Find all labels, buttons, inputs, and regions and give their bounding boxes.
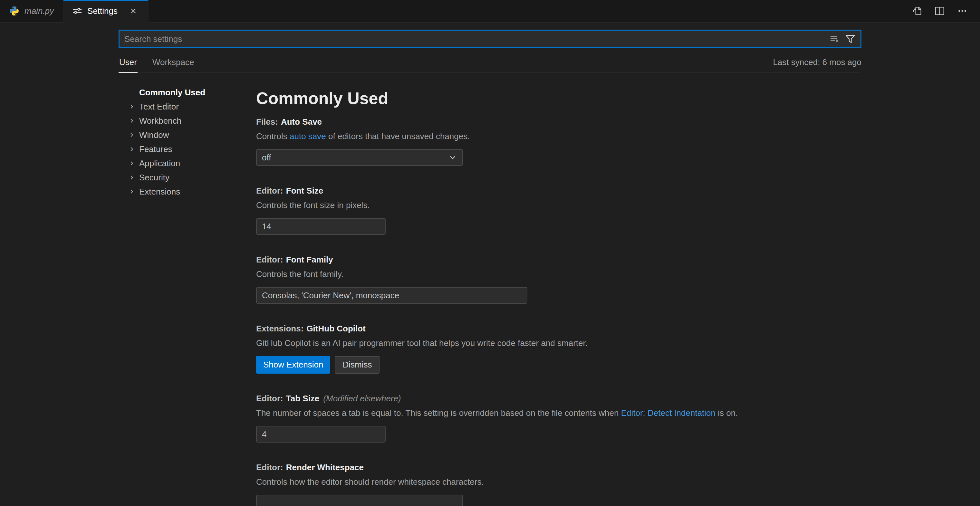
font-size-input[interactable] (256, 218, 386, 235)
setting-category: Editor: (256, 394, 283, 403)
toc-item-window[interactable]: Window (119, 128, 256, 142)
setting-category: Editor: (256, 186, 283, 196)
split-editor-icon[interactable] (934, 5, 945, 16)
setting-extensions-github-copilot: Extensions:GitHub Copilot GitHub Copilot… (256, 324, 861, 374)
settings-toc: Commonly Used Text Editor Workbench (119, 73, 256, 505)
toc-item-features[interactable]: Features (119, 142, 256, 156)
chevron-right-icon (128, 160, 135, 167)
tab-size-input[interactable] (256, 426, 386, 442)
setting-category: Extensions: (256, 324, 304, 333)
setting-description: Controls how the editor should render wh… (256, 477, 861, 487)
setting-description: Controls auto save of editors that have … (256, 131, 861, 142)
setting-name: GitHub Copilot (306, 324, 365, 333)
tab-workspace[interactable]: Workspace (152, 52, 195, 72)
page-title: Commonly Used (256, 89, 861, 108)
setting-description: GitHub Copilot is an AI pair programmer … (256, 338, 861, 348)
tab-label: main.py (24, 6, 54, 16)
clear-search-icon[interactable] (830, 34, 840, 44)
setting-description: Controls the font family. (256, 269, 861, 279)
detect-indentation-link[interactable]: Editor: Detect Indentation (621, 408, 716, 418)
tab-main-py[interactable]: main.py (0, 0, 64, 22)
text-caret (124, 34, 124, 45)
toc-item-workbench[interactable]: Workbench (119, 114, 256, 128)
setting-editor-font-size: Editor:Font Size Controls the font size … (256, 186, 861, 235)
setting-name: Tab Size (286, 394, 320, 403)
setting-category: Files: (256, 117, 278, 127)
setting-category: Editor: (256, 255, 283, 264)
chevron-right-icon (128, 131, 135, 138)
select-value: off (262, 153, 271, 163)
setting-editor-tab-size: Editor:Tab Size(Modified elsewhere) The … (256, 394, 861, 442)
setting-name: Font Size (286, 186, 323, 196)
setting-description: Controls the font size in pixels. (256, 200, 861, 210)
setting-name: Auto Save (281, 117, 322, 127)
settings-editor: User Workspace Last synced: 6 mos ago Co… (0, 22, 980, 505)
toc-item-application[interactable]: Application (119, 156, 256, 170)
chevron-right-icon (128, 174, 135, 181)
setting-name: Font Family (286, 255, 333, 264)
auto-save-select[interactable]: off (256, 149, 463, 166)
toc-item-extensions[interactable]: Extensions (119, 185, 256, 199)
setting-editor-render-whitespace: Editor:Render Whitespace Controls how th… (256, 463, 861, 506)
chevron-right-icon (128, 188, 135, 195)
dismiss-button[interactable]: Dismiss (335, 356, 380, 374)
modified-elsewhere-badge: (Modified elsewhere) (323, 394, 401, 403)
more-actions-icon[interactable] (957, 5, 968, 16)
toc-item-security[interactable]: Security (119, 170, 256, 185)
close-icon[interactable] (128, 5, 139, 16)
setting-description: The number of spaces a tab is equal to. … (256, 408, 861, 418)
setting-editor-font-family: Editor:Font Family Controls the font fam… (256, 255, 861, 304)
filter-icon[interactable] (845, 34, 855, 44)
chevron-down-icon (448, 153, 457, 162)
python-icon (9, 6, 19, 16)
setting-name: Render Whitespace (286, 463, 364, 472)
open-settings-json-icon[interactable] (912, 5, 923, 16)
toc-item-text-editor[interactable]: Text Editor (119, 100, 256, 114)
editor-tab-bar: main.py Settings (0, 0, 980, 22)
render-whitespace-select[interactable] (256, 495, 463, 506)
search-input[interactable] (119, 34, 830, 44)
tab-user[interactable]: User (119, 52, 138, 72)
chevron-right-icon (128, 146, 135, 153)
setting-category: Editor: (256, 463, 283, 472)
settings-sliders-icon (73, 6, 82, 16)
setting-files-auto-save: Files:Auto Save Controls auto save of ed… (256, 117, 861, 166)
settings-list: Commonly Used Files:Auto Save Controls a… (256, 73, 861, 505)
chevron-right-icon (128, 117, 135, 124)
show-extension-button[interactable]: Show Extension (256, 356, 330, 374)
auto-save-link[interactable]: auto save (290, 131, 326, 141)
scope-tabs-row: User Workspace Last synced: 6 mos ago (119, 52, 861, 73)
toc-item-commonly-used[interactable]: Commonly Used (119, 85, 256, 100)
chevron-right-icon (128, 103, 135, 110)
last-synced-label: Last synced: 6 mos ago (773, 57, 861, 72)
font-family-input[interactable] (256, 287, 527, 304)
settings-search-box (119, 30, 861, 48)
tab-label: Settings (87, 6, 118, 16)
tab-settings[interactable]: Settings (64, 0, 148, 22)
editor-actions (912, 0, 980, 22)
